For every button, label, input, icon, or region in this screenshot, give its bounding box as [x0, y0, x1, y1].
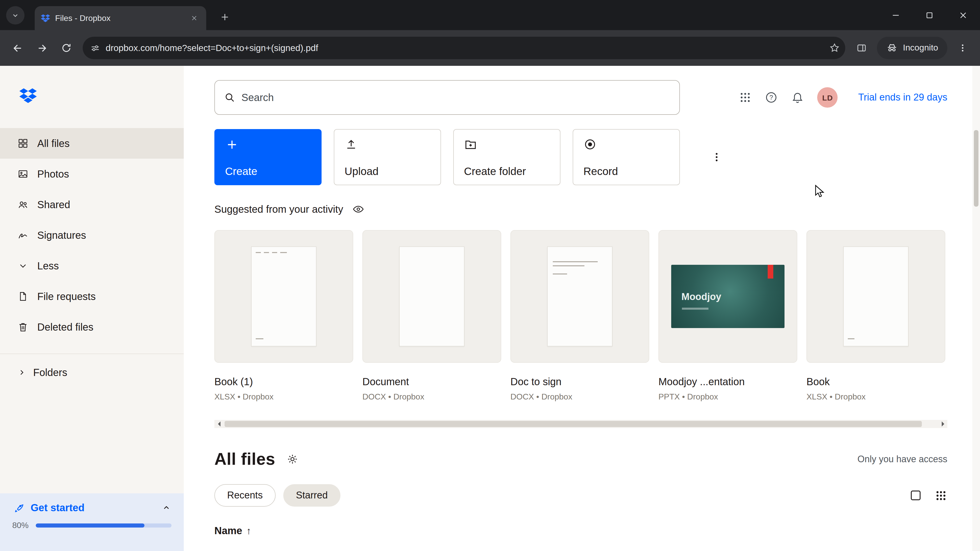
screen: Files - Dropbox — [0, 0, 980, 551]
presentation-preview: Moodjoy — [671, 265, 784, 328]
suggested-title: Suggested from your activity — [215, 203, 343, 215]
eye-icon[interactable] — [352, 203, 365, 215]
actions-row: Create Upload Create folder Record — [215, 129, 947, 185]
dropbox-favicon — [41, 14, 50, 22]
window-maximize-button[interactable] — [913, 0, 946, 30]
file-card-doc-to-sign[interactable]: Doc to sign DOCX • Dropbox — [511, 230, 649, 402]
browser-tabstrip: Files - Dropbox — [0, 0, 980, 30]
window-minimize-button[interactable] — [879, 0, 913, 30]
chip-starred[interactable]: Starred — [283, 484, 340, 507]
sidebar-item-all-files[interactable]: All files — [0, 128, 184, 159]
chip-recents[interactable]: Recents — [215, 484, 275, 507]
sidebar-item-photos[interactable]: Photos — [0, 159, 184, 189]
forward-button[interactable] — [30, 37, 53, 59]
scrollbar-thumb[interactable] — [224, 421, 922, 427]
more-actions-button[interactable] — [705, 146, 728, 168]
photos-icon — [18, 168, 29, 179]
sidebar-item-signatures[interactable]: Signatures — [0, 220, 184, 251]
file-card-book-1[interactable]: Book (1) XLSX • Dropbox — [215, 230, 353, 402]
sidebar-folders-toggle[interactable]: Folders — [0, 357, 184, 388]
chevron-up-icon[interactable] — [161, 503, 172, 513]
vertical-scrollbar-thumb[interactable] — [974, 130, 978, 206]
sidebar-item-label: All files — [37, 138, 70, 149]
presentation-subtitle-line — [682, 308, 708, 310]
browser-tab[interactable]: Files - Dropbox — [35, 6, 206, 30]
progress-percent: 80% — [12, 521, 29, 530]
tab-close-button[interactable] — [188, 12, 200, 24]
close-icon — [191, 15, 197, 21]
spreadsheet-preview — [843, 246, 908, 346]
avatar[interactable]: LD — [818, 87, 838, 108]
sidebar-item-shared[interactable]: Shared — [0, 189, 184, 220]
sidebar-item-label: Less — [37, 260, 59, 272]
trash-icon — [18, 321, 29, 333]
notifications-button[interactable] — [791, 91, 804, 104]
sidebar: All files Photos Shared Signatures Less — [0, 66, 184, 551]
filter-chips-row: Recents Starred — [215, 484, 947, 507]
file-name: Document — [363, 376, 501, 388]
sidebar-divider — [0, 354, 184, 354]
horizontal-scrollbar[interactable] — [215, 420, 947, 428]
file-card-document[interactable]: Document DOCX • Dropbox — [363, 230, 501, 402]
select-all-checkbox[interactable] — [909, 489, 922, 502]
url-bar[interactable]: dropbox.com/home?select=Doc+to+sign+(sig… — [83, 37, 845, 59]
chip-label: Recents — [227, 490, 262, 501]
avatar-initials: LD — [822, 93, 833, 102]
sidebar-item-deleted-files[interactable]: Deleted files — [0, 312, 184, 342]
header-icons: ? LD Trial ends in 29 days — [739, 87, 947, 108]
reload-icon — [61, 42, 72, 54]
presentation-title: Moodjoy — [681, 291, 721, 303]
rocket-icon — [12, 502, 24, 514]
create-folder-button[interactable]: Create folder — [453, 129, 560, 185]
dropbox-logo[interactable] — [0, 66, 184, 122]
scrollbar-track[interactable] — [224, 420, 938, 428]
vertical-scrollbar[interactable] — [972, 66, 980, 551]
file-name: Moodjoy ...entation — [659, 376, 797, 388]
header-row: ? LD Trial ends in 29 days — [215, 80, 947, 115]
bookmark-star-icon[interactable] — [829, 42, 840, 54]
file-card-moodjoy-presentation[interactable]: Moodjoy Moodjoy ...entation PPTX • Dropb… — [659, 230, 797, 402]
bell-icon — [791, 91, 804, 104]
sidebar-item-less[interactable]: Less — [0, 251, 184, 281]
browser-toolbar: dropbox.com/home?select=Doc+to+sign+(sig… — [0, 30, 980, 66]
scroll-right-arrow[interactable] — [938, 420, 947, 428]
chip-label: Starred — [296, 490, 328, 501]
new-tab-button[interactable] — [215, 6, 235, 27]
window-close-button[interactable] — [946, 0, 980, 30]
section-title: All files — [215, 449, 275, 469]
get-started-panel: Get started 80% — [0, 493, 184, 551]
get-started-label[interactable]: Get started — [30, 502, 155, 513]
signatures-icon — [18, 230, 29, 241]
create-button[interactable]: Create — [215, 129, 321, 185]
plus-icon — [225, 138, 239, 151]
settings-button[interactable] — [286, 453, 299, 465]
spreadsheet-preview — [251, 246, 317, 346]
apps-grid-button[interactable] — [739, 91, 752, 103]
sort-ascending-icon: ↑ — [246, 525, 251, 537]
side-panel-button[interactable] — [850, 37, 873, 59]
sidebar-item-file-requests[interactable]: File requests — [0, 281, 184, 312]
upload-label: Upload — [345, 165, 379, 178]
reload-button[interactable] — [55, 37, 78, 59]
search-input[interactable] — [242, 92, 670, 103]
file-card-book[interactable]: Book XLSX • Dropbox — [807, 230, 945, 402]
sidebar-item-label: File requests — [37, 291, 96, 302]
sidebar-item-label: Shared — [37, 199, 70, 210]
scroll-left-arrow[interactable] — [215, 420, 224, 428]
help-button[interactable]: ? — [765, 91, 778, 104]
upload-button[interactable]: Upload — [334, 129, 441, 185]
tab-search-button[interactable] — [6, 6, 24, 24]
browser-menu-button[interactable] — [951, 37, 974, 59]
progress-bar — [36, 524, 172, 527]
search-icon — [224, 92, 235, 103]
search-box[interactable] — [215, 80, 680, 115]
incognito-badge: Incognito — [877, 37, 947, 59]
back-button[interactable] — [6, 37, 29, 59]
grid-view-icon[interactable] — [935, 489, 947, 502]
name-column-header[interactable]: Name ↑ — [215, 525, 947, 537]
upload-icon — [345, 138, 358, 151]
file-thumbnail: Moodjoy — [659, 230, 797, 363]
record-button[interactable]: Record — [573, 129, 680, 185]
view-toggles — [909, 489, 947, 502]
trial-link[interactable]: Trial ends in 29 days — [858, 92, 947, 103]
